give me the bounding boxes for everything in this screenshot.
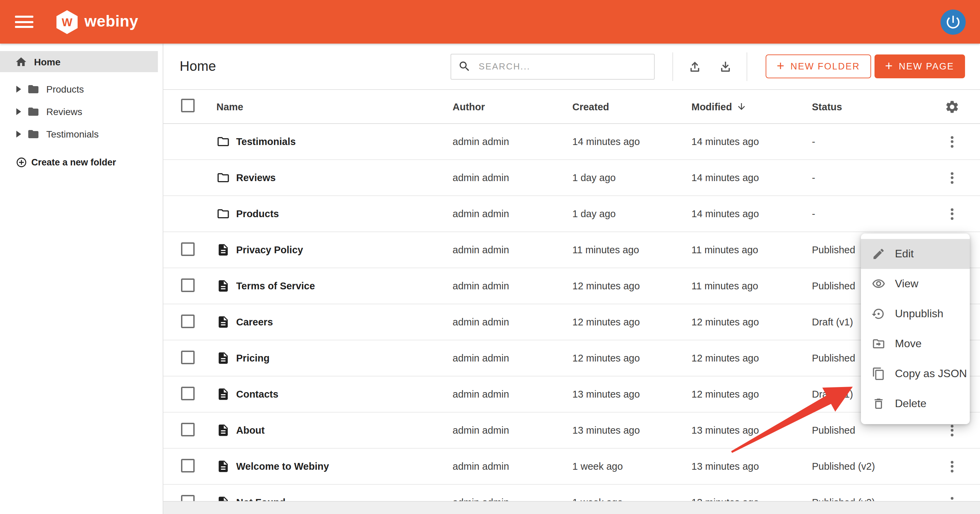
table-settings-gear-icon[interactable] — [945, 99, 959, 114]
search-input[interactable] — [477, 60, 648, 72]
row-modified: 14 minutes ago — [692, 136, 812, 147]
menu-item-label: Edit — [895, 248, 914, 260]
add-circle-icon — [16, 157, 27, 168]
sort-descending-icon — [736, 102, 746, 111]
row-checkbox[interactable] — [181, 278, 195, 292]
document-icon — [216, 279, 230, 293]
row-modified: 12 minutes ago — [692, 317, 812, 328]
create-new-folder-button[interactable]: Create a new folder — [0, 157, 163, 168]
row-checkbox[interactable] — [181, 458, 195, 472]
row-checkbox[interactable] — [181, 350, 195, 364]
menu-item-view[interactable]: View — [861, 269, 970, 299]
table-row[interactable]: Terms of Service admin admin 12 minutes … — [163, 268, 980, 304]
row-created: 12 minutes ago — [572, 317, 692, 328]
new-folder-button[interactable]: + NEW FOLDER — [766, 54, 871, 78]
sidebar-item-home[interactable]: Home — [0, 51, 158, 72]
row-actions-kebab-icon[interactable] — [947, 167, 958, 188]
row-status: Published — [812, 425, 924, 436]
document-icon — [216, 460, 230, 473]
folder-icon — [27, 128, 40, 140]
row-checkbox[interactable] — [181, 242, 195, 256]
row-checkbox[interactable] — [181, 386, 195, 400]
table-row[interactable]: Pricing admin admin 12 minutes ago 12 mi… — [163, 341, 980, 377]
row-status: Published (v2) — [812, 461, 924, 472]
row-actions-kebab-icon[interactable] — [947, 131, 958, 152]
export-button[interactable] — [710, 53, 741, 80]
sidebar-item-reviews[interactable]: Reviews — [0, 100, 163, 123]
main-content: Home + NEW FOLDER + NEW PAGE — [163, 44, 980, 514]
row-status: - — [812, 136, 924, 147]
column-header-name[interactable]: Name — [216, 101, 453, 112]
power-icon — [945, 13, 962, 30]
row-checkbox[interactable] — [181, 314, 195, 328]
new-page-label: NEW PAGE — [899, 61, 954, 72]
webiny-hexagon-icon: W — [56, 9, 78, 34]
row-name[interactable]: Products — [236, 208, 279, 219]
row-status: - — [812, 172, 924, 183]
row-author: admin admin — [453, 208, 572, 219]
row-name[interactable]: Contacts — [236, 389, 278, 399]
menu-item-edit[interactable]: Edit — [861, 239, 970, 269]
table-row[interactable]: About admin admin 13 minutes ago 13 minu… — [163, 412, 980, 449]
plus-icon: + — [777, 58, 784, 73]
table-row[interactable]: Privacy Policy admin admin 11 minutes ag… — [163, 232, 980, 268]
plus-icon: + — [885, 58, 892, 73]
row-name[interactable]: Careers — [236, 317, 273, 328]
row-author: admin admin — [453, 389, 572, 399]
column-header-modified[interactable]: Modified — [692, 101, 812, 112]
folder-icon — [216, 171, 230, 185]
menu-item-delete[interactable]: Delete — [861, 389, 970, 419]
edit-pencil-icon — [872, 247, 885, 261]
caret-right-icon[interactable] — [16, 130, 21, 137]
table-row[interactable]: Careers admin admin 12 minutes ago 12 mi… — [163, 304, 980, 341]
row-name[interactable]: Privacy Policy — [236, 244, 303, 255]
row-modified: 12 minutes ago — [692, 389, 812, 399]
import-button[interactable] — [679, 53, 710, 80]
sidebar-home-label: Home — [34, 56, 60, 67]
menu-item-label: Copy as JSON — [895, 368, 967, 380]
user-avatar[interactable] — [940, 9, 966, 34]
new-page-button[interactable]: + NEW PAGE — [874, 54, 965, 78]
row-name[interactable]: Reviews — [236, 172, 275, 183]
document-icon — [216, 315, 230, 329]
sidebar-item-products[interactable]: Products — [0, 78, 163, 100]
page-toolbar: Home + NEW FOLDER + NEW PAGE — [163, 44, 980, 90]
document-icon — [216, 423, 230, 437]
eye-icon — [872, 277, 885, 291]
table-row[interactable]: Contacts admin admin 13 minutes ago 12 m… — [163, 377, 980, 412]
sidebar-item-testimonials[interactable]: Testimonials — [0, 123, 163, 145]
menu-item-move[interactable]: Move — [861, 329, 970, 359]
webiny-logo[interactable]: W webiny — [56, 9, 138, 34]
caret-right-icon[interactable] — [16, 86, 21, 92]
menu-item-copy-as-json[interactable]: Copy as JSON — [861, 359, 970, 389]
column-header-status[interactable]: Status — [812, 101, 924, 112]
folder-icon — [216, 207, 230, 221]
hamburger-menu-icon[interactable] — [15, 13, 33, 31]
table-row[interactable]: Testimonials admin admin 14 minutes ago … — [163, 124, 980, 160]
table-body: Testimonials admin admin 14 minutes ago … — [163, 124, 980, 514]
row-name[interactable]: Testimonials — [236, 136, 296, 147]
page-title: Home — [180, 59, 216, 74]
column-header-author[interactable]: Author — [453, 101, 572, 112]
table-header: Name Author Created Modified Status — [163, 90, 980, 124]
row-checkbox[interactable] — [181, 422, 195, 436]
table-row[interactable]: Reviews admin admin 1 day ago 14 minutes… — [163, 160, 980, 196]
column-header-created[interactable]: Created — [572, 101, 692, 112]
row-name[interactable]: About — [236, 425, 265, 436]
row-name[interactable]: Welcome to Webiny — [236, 461, 329, 472]
search-box[interactable] — [451, 53, 655, 79]
menu-item-unpublish[interactable]: Unpublish — [861, 299, 970, 329]
download-icon — [718, 59, 733, 74]
row-actions-kebab-icon[interactable] — [947, 204, 958, 224]
table-row[interactable]: Products admin admin 1 day ago 14 minute… — [163, 196, 980, 232]
row-name[interactable]: Terms of Service — [236, 280, 315, 291]
select-all-checkbox[interactable] — [181, 99, 195, 112]
row-modified: 13 minutes ago — [692, 461, 812, 472]
row-created: 12 minutes ago — [572, 353, 692, 364]
new-folder-label: NEW FOLDER — [791, 61, 860, 72]
table-row[interactable]: Welcome to Webiny admin admin 1 week ago… — [163, 449, 980, 485]
row-modified: 12 minutes ago — [692, 353, 812, 364]
caret-right-icon[interactable] — [16, 108, 21, 115]
row-actions-kebab-icon[interactable] — [947, 456, 958, 477]
row-name[interactable]: Pricing — [236, 353, 269, 364]
